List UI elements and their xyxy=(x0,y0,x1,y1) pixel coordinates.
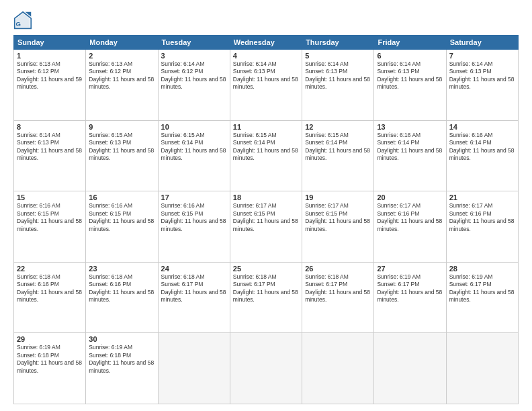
day-cell: 13 Sunrise: 6:16 AMSunset: 6:14 PMDaylig… xyxy=(374,120,446,191)
day-number: 27 xyxy=(377,265,443,273)
day-cell: 20 Sunrise: 6:17 AMSunset: 6:16 PMDaylig… xyxy=(374,191,446,263)
day-info: Sunrise: 6:15 AMSunset: 6:14 PMDaylight:… xyxy=(233,132,299,163)
day-cell: 4 Sunrise: 6:14 AMSunset: 6:13 PMDayligh… xyxy=(230,50,302,121)
day-cell: 3 Sunrise: 6:14 AMSunset: 6:12 PMDayligh… xyxy=(158,50,230,121)
day-number: 17 xyxy=(161,193,227,201)
day-cell: 16 Sunrise: 6:16 AMSunset: 6:15 PMDaylig… xyxy=(86,191,158,263)
day-cell: 26 Sunrise: 6:18 AMSunset: 6:17 PMDaylig… xyxy=(302,262,374,333)
day-cell: 5 Sunrise: 6:14 AMSunset: 6:13 PMDayligh… xyxy=(302,50,374,121)
day-cell: 30 Sunrise: 6:19 AMSunset: 6:18 PMDaylig… xyxy=(86,333,158,404)
day-number: 19 xyxy=(305,193,371,201)
day-cell: 14 Sunrise: 6:16 AMSunset: 6:14 PMDaylig… xyxy=(446,120,518,191)
day-number: 14 xyxy=(449,123,515,131)
day-cell: 24 Sunrise: 6:18 AMSunset: 6:17 PMDaylig… xyxy=(158,262,230,333)
week-row-5: 29 Sunrise: 6:19 AMSunset: 6:18 PMDaylig… xyxy=(14,333,519,404)
col-header-wednesday: Wednesday xyxy=(230,36,302,50)
day-cell: 2 Sunrise: 6:13 AMSunset: 6:12 PMDayligh… xyxy=(86,50,158,121)
day-info: Sunrise: 6:15 AMSunset: 6:14 PMDaylight:… xyxy=(161,132,227,163)
day-cell: 28 Sunrise: 6:19 AMSunset: 6:17 PMDaylig… xyxy=(446,262,518,333)
calendar-table: SundayMondayTuesdayWednesdayThursdayFrid… xyxy=(13,35,519,404)
day-cell xyxy=(374,333,446,404)
week-row-3: 15 Sunrise: 6:16 AMSunset: 6:15 PMDaylig… xyxy=(14,191,519,263)
day-number: 6 xyxy=(377,52,443,60)
day-cell xyxy=(158,333,230,404)
day-info: Sunrise: 6:18 AMSunset: 6:17 PMDaylight:… xyxy=(233,273,299,304)
day-number: 9 xyxy=(89,123,154,131)
day-cell xyxy=(302,333,374,404)
day-number: 30 xyxy=(89,335,154,343)
day-info: Sunrise: 6:18 AMSunset: 6:17 PMDaylight:… xyxy=(161,273,227,304)
day-cell: 17 Sunrise: 6:16 AMSunset: 6:15 PMDaylig… xyxy=(158,191,230,263)
day-info: Sunrise: 6:15 AMSunset: 6:14 PMDaylight:… xyxy=(305,132,371,163)
week-row-1: 1 Sunrise: 6:13 AMSunset: 6:12 PMDayligh… xyxy=(14,50,519,121)
day-number: 29 xyxy=(17,335,83,343)
col-header-saturday: Saturday xyxy=(446,36,518,50)
day-cell: 11 Sunrise: 6:15 AMSunset: 6:14 PMDaylig… xyxy=(230,120,302,191)
day-number: 28 xyxy=(449,265,515,273)
day-number: 22 xyxy=(17,265,83,273)
day-info: Sunrise: 6:16 AMSunset: 6:14 PMDaylight:… xyxy=(377,132,443,163)
svg-text:G: G xyxy=(16,20,21,28)
day-info: Sunrise: 6:18 AMSunset: 6:16 PMDaylight:… xyxy=(89,273,154,304)
day-info: Sunrise: 6:16 AMSunset: 6:15 PMDaylight:… xyxy=(17,202,83,233)
day-cell: 23 Sunrise: 6:18 AMSunset: 6:16 PMDaylig… xyxy=(86,262,158,333)
day-number: 12 xyxy=(305,123,371,131)
day-info: Sunrise: 6:19 AMSunset: 6:17 PMDaylight:… xyxy=(377,273,443,304)
col-header-tuesday: Tuesday xyxy=(158,36,230,50)
day-number: 2 xyxy=(89,52,154,60)
day-number: 13 xyxy=(377,123,443,131)
day-number: 8 xyxy=(17,123,83,131)
day-info: Sunrise: 6:16 AMSunset: 6:15 PMDaylight:… xyxy=(161,202,227,233)
header: G xyxy=(13,11,519,30)
day-cell: 21 Sunrise: 6:17 AMSunset: 6:16 PMDaylig… xyxy=(446,191,518,263)
col-header-sunday: Sunday xyxy=(14,36,86,50)
day-number: 25 xyxy=(233,265,299,273)
day-info: Sunrise: 6:14 AMSunset: 6:13 PMDaylight:… xyxy=(305,60,371,91)
col-header-friday: Friday xyxy=(374,36,446,50)
day-number: 1 xyxy=(17,52,83,60)
day-info: Sunrise: 6:14 AMSunset: 6:12 PMDaylight:… xyxy=(161,60,227,91)
day-cell: 10 Sunrise: 6:15 AMSunset: 6:14 PMDaylig… xyxy=(158,120,230,191)
day-cell: 8 Sunrise: 6:14 AMSunset: 6:13 PMDayligh… xyxy=(14,120,86,191)
day-info: Sunrise: 6:15 AMSunset: 6:13 PMDaylight:… xyxy=(89,132,154,163)
day-info: Sunrise: 6:19 AMSunset: 6:18 PMDaylight:… xyxy=(89,344,154,375)
day-cell: 22 Sunrise: 6:18 AMSunset: 6:16 PMDaylig… xyxy=(14,262,86,333)
day-info: Sunrise: 6:17 AMSunset: 6:16 PMDaylight:… xyxy=(449,202,515,233)
day-cell: 25 Sunrise: 6:18 AMSunset: 6:17 PMDaylig… xyxy=(230,262,302,333)
day-info: Sunrise: 6:17 AMSunset: 6:15 PMDaylight:… xyxy=(305,202,371,233)
day-info: Sunrise: 6:18 AMSunset: 6:17 PMDaylight:… xyxy=(305,273,371,304)
day-cell: 15 Sunrise: 6:16 AMSunset: 6:15 PMDaylig… xyxy=(14,191,86,263)
day-info: Sunrise: 6:17 AMSunset: 6:15 PMDaylight:… xyxy=(233,202,299,233)
day-number: 5 xyxy=(305,52,371,60)
day-number: 16 xyxy=(89,193,154,201)
week-row-2: 8 Sunrise: 6:14 AMSunset: 6:13 PMDayligh… xyxy=(14,120,519,191)
day-info: Sunrise: 6:14 AMSunset: 6:13 PMDaylight:… xyxy=(449,60,515,91)
day-info: Sunrise: 6:16 AMSunset: 6:14 PMDaylight:… xyxy=(449,132,515,163)
day-number: 4 xyxy=(233,52,299,60)
day-info: Sunrise: 6:14 AMSunset: 6:13 PMDaylight:… xyxy=(17,132,83,163)
day-info: Sunrise: 6:18 AMSunset: 6:16 PMDaylight:… xyxy=(17,273,83,304)
col-header-thursday: Thursday xyxy=(302,36,374,50)
day-info: Sunrise: 6:14 AMSunset: 6:13 PMDaylight:… xyxy=(233,60,299,91)
day-info: Sunrise: 6:19 AMSunset: 6:18 PMDaylight:… xyxy=(17,344,83,375)
day-info: Sunrise: 6:16 AMSunset: 6:15 PMDaylight:… xyxy=(89,202,154,233)
day-cell: 12 Sunrise: 6:15 AMSunset: 6:14 PMDaylig… xyxy=(302,120,374,191)
day-number: 11 xyxy=(233,123,299,131)
day-number: 15 xyxy=(17,193,83,201)
day-number: 20 xyxy=(377,193,443,201)
day-cell: 29 Sunrise: 6:19 AMSunset: 6:18 PMDaylig… xyxy=(14,333,86,404)
day-cell: 6 Sunrise: 6:14 AMSunset: 6:13 PMDayligh… xyxy=(374,50,446,121)
day-info: Sunrise: 6:13 AMSunset: 6:12 PMDaylight:… xyxy=(17,60,83,91)
page: G SundayMondayTuesdayWednesdayThursdayFr… xyxy=(0,0,532,411)
day-cell: 1 Sunrise: 6:13 AMSunset: 6:12 PMDayligh… xyxy=(14,50,86,121)
day-number: 23 xyxy=(89,265,154,273)
day-info: Sunrise: 6:19 AMSunset: 6:17 PMDaylight:… xyxy=(449,273,515,304)
day-cell: 18 Sunrise: 6:17 AMSunset: 6:15 PMDaylig… xyxy=(230,191,302,263)
day-number: 21 xyxy=(449,193,515,201)
day-cell: 7 Sunrise: 6:14 AMSunset: 6:13 PMDayligh… xyxy=(446,50,518,121)
week-row-4: 22 Sunrise: 6:18 AMSunset: 6:16 PMDaylig… xyxy=(14,262,519,333)
day-number: 3 xyxy=(161,52,227,60)
day-number: 26 xyxy=(305,265,371,273)
day-cell xyxy=(446,333,518,404)
day-cell: 27 Sunrise: 6:19 AMSunset: 6:17 PMDaylig… xyxy=(374,262,446,333)
